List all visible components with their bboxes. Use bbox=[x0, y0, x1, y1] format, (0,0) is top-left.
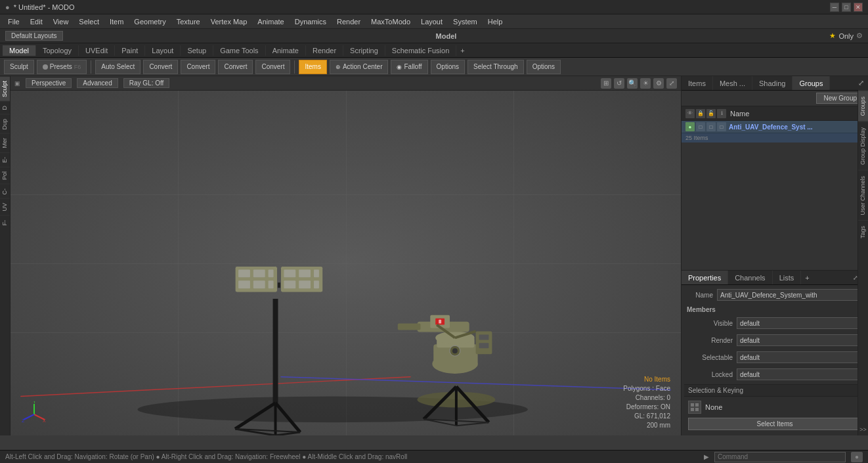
render-dropdown[interactable]: default ▼ bbox=[737, 334, 865, 346]
right-tab-shading[interactable]: Shading bbox=[752, 76, 792, 90]
tab-scripting[interactable]: Scripting bbox=[343, 45, 385, 56]
action-center-button[interactable]: ⊕ Action Center bbox=[330, 60, 389, 74]
auto-select-button[interactable]: Auto Select bbox=[95, 60, 141, 74]
visible-row: Visible default ▼ bbox=[684, 316, 865, 330]
menu-select[interactable]: Select bbox=[74, 16, 104, 27]
menu-view[interactable]: View bbox=[48, 16, 74, 27]
eye-icon[interactable]: 👁 bbox=[685, 109, 695, 118]
tab-model[interactable]: Model bbox=[3, 45, 36, 56]
left-tab-c[interactable]: C- bbox=[0, 184, 10, 199]
viewport-icon-4[interactable]: ☀ bbox=[640, 78, 651, 89]
items-button[interactable]: Items bbox=[299, 60, 326, 74]
menu-dynamics[interactable]: Dynamics bbox=[290, 16, 332, 27]
left-tab-e[interactable]: E- bbox=[0, 152, 10, 167]
tab-uvedit[interactable]: UVEdit bbox=[79, 45, 115, 56]
locked-dropdown[interactable]: default ▼ bbox=[737, 368, 865, 380]
viewport[interactable]: ▣ Perspective Advanced Ray GL: Off ⊞ ↺ 🔍… bbox=[11, 76, 681, 435]
confirm-icon[interactable]: ● bbox=[851, 452, 863, 462]
menu-system[interactable]: System bbox=[448, 16, 483, 27]
right-tab-groups[interactable]: Groups bbox=[792, 76, 830, 90]
group-eye-icon[interactable]: ● bbox=[685, 122, 695, 131]
menu-animate[interactable]: Animate bbox=[252, 16, 289, 27]
props-tab-lists[interactable]: Lists bbox=[773, 271, 802, 284]
selectable-dropdown[interactable]: default ▼ bbox=[737, 351, 865, 363]
props-tab-properties[interactable]: Properties bbox=[682, 271, 728, 284]
left-tab-dup[interactable]: Dup bbox=[0, 114, 10, 134]
tab-animate[interactable]: Animate bbox=[266, 45, 306, 56]
convert-button-1[interactable]: Convert bbox=[143, 60, 178, 74]
viewport-icon-1[interactable]: ⊞ bbox=[601, 78, 611, 89]
ray-gl-button[interactable]: Ray GL: Off bbox=[123, 78, 170, 88]
falloff-button[interactable]: ◉ Falloff bbox=[391, 60, 427, 74]
expand-btn[interactable]: ▶ bbox=[704, 453, 709, 460]
perspective-button[interactable]: Perspective bbox=[26, 78, 72, 88]
options-button-1[interactable]: Options bbox=[431, 60, 465, 74]
menu-help[interactable]: Help bbox=[483, 16, 508, 27]
expand-panel-icon[interactable]: ⤢ bbox=[854, 77, 868, 89]
menu-geometry[interactable]: Geometry bbox=[129, 16, 171, 27]
left-tab-pol[interactable]: Pol bbox=[0, 167, 10, 184]
advanced-button[interactable]: Advanced bbox=[77, 78, 118, 88]
viewport-icon-5[interactable]: ⚙ bbox=[653, 78, 664, 89]
left-tab-uv[interactable]: UV bbox=[0, 198, 10, 215]
props-tab-add[interactable]: + bbox=[801, 273, 813, 283]
viewport-icon-2[interactable]: ↺ bbox=[614, 78, 624, 89]
tab-render[interactable]: Render bbox=[306, 45, 343, 56]
menu-render[interactable]: Render bbox=[332, 16, 366, 27]
select-through-button[interactable]: Select Through bbox=[467, 60, 524, 74]
visible-dropdown[interactable]: default ▼ bbox=[737, 317, 865, 329]
svg-text:Z: Z bbox=[22, 418, 25, 423]
viewport-expand[interactable]: ⤢ bbox=[666, 78, 677, 89]
tab-paint[interactable]: Paint bbox=[115, 45, 145, 56]
group-info-icon[interactable]: □ bbox=[717, 122, 726, 131]
convert-button-3[interactable]: Convert bbox=[218, 60, 253, 74]
options-button-2[interactable]: Options bbox=[527, 60, 561, 74]
left-tab-mer[interactable]: Mer bbox=[0, 133, 10, 152]
lock-icon[interactable]: 🔒 bbox=[696, 109, 705, 118]
presets-button[interactable]: Presets F6 bbox=[37, 60, 87, 74]
tab-layout[interactable]: Layout bbox=[145, 45, 181, 56]
maximize-button[interactable]: □ bbox=[842, 3, 851, 12]
right-tab-mesh[interactable]: Mesh ... bbox=[713, 76, 752, 90]
tab-game-tools[interactable]: Game Tools bbox=[213, 45, 266, 56]
left-tab-f[interactable]: F- bbox=[0, 215, 10, 230]
left-tab-d[interactable]: D bbox=[0, 101, 10, 114]
group-list-item[interactable]: ● □ □ □ Anti_UAV_Defence_Syst ... bbox=[682, 121, 868, 133]
side-tab-user-channels[interactable]: User Channels bbox=[858, 170, 868, 221]
lock-icon-2[interactable]: 🔓 bbox=[706, 109, 716, 118]
right-tab-items[interactable]: Items bbox=[682, 76, 713, 90]
menu-texture[interactable]: Texture bbox=[171, 16, 206, 27]
menu-edit[interactable]: Edit bbox=[25, 16, 48, 27]
side-tab-groups[interactable]: Groups bbox=[858, 91, 868, 121]
name-prop-field[interactable]: Anti_UAV_Defence_System_with bbox=[717, 289, 865, 301]
close-button[interactable]: ✕ bbox=[854, 3, 863, 12]
scene-area[interactable]: No Items Polygons : Face Channels: 0 Def… bbox=[11, 91, 681, 435]
tab-schematic-fusion[interactable]: Schematic Fusion bbox=[385, 45, 456, 56]
side-tab-group-display[interactable]: Group Display bbox=[858, 121, 868, 170]
select-items-button[interactable]: Select Items bbox=[688, 418, 861, 430]
command-input[interactable] bbox=[714, 452, 846, 462]
menu-layout[interactable]: Layout bbox=[416, 16, 448, 27]
tab-add-button[interactable]: + bbox=[456, 45, 468, 56]
group-lock-icon-2[interactable]: □ bbox=[706, 122, 716, 131]
default-layouts-dropdown[interactable]: Default Layouts bbox=[5, 31, 63, 41]
menu-vertex-map[interactable]: Vertex Map bbox=[206, 16, 253, 27]
group-lock-icon-1[interactable]: □ bbox=[696, 122, 705, 131]
convert-button-4[interactable]: Convert bbox=[255, 60, 290, 74]
minimize-button[interactable]: ─ bbox=[830, 3, 839, 12]
side-tab-tags[interactable]: Tags bbox=[858, 220, 868, 244]
tab-topology[interactable]: Topology bbox=[36, 45, 79, 56]
menu-maxtoModo[interactable]: MaxToModo bbox=[366, 16, 416, 27]
props-tab-channels[interactable]: Channels bbox=[728, 271, 772, 284]
tab-setup[interactable]: Setup bbox=[181, 45, 213, 56]
info-icon[interactable]: ℹ bbox=[717, 109, 726, 118]
menu-item[interactable]: Item bbox=[104, 16, 129, 27]
convert-button-2[interactable]: Convert bbox=[181, 60, 215, 74]
left-tab-sculpt[interactable]: Sculpt bbox=[0, 76, 10, 101]
settings-icon[interactable]: ⚙ bbox=[856, 32, 863, 40]
viewport-icon-3[interactable]: 🔍 bbox=[627, 78, 638, 89]
sculpt-button[interactable]: Sculpt bbox=[4, 60, 34, 74]
svg-point-47 bbox=[452, 348, 458, 353]
side-tab-expand-btn[interactable]: >> bbox=[858, 424, 868, 435]
menu-file[interactable]: File bbox=[3, 16, 25, 27]
